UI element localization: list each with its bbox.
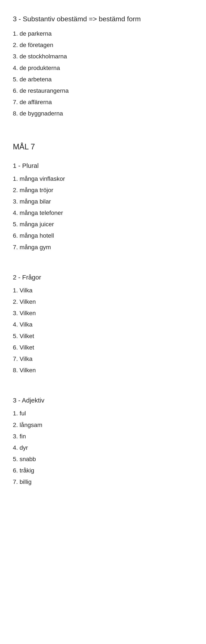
mal7-sub1-title: 1 - Plural [13,162,193,169]
list-item: 8. Vilken [13,366,193,374]
list-item: 4. Vilka [13,320,193,329]
list-item: 4. många telefoner [13,209,193,217]
list-item: 8. de byggnaderna [13,109,193,118]
mal7-sub2-title: 2 - Frågor [13,274,193,281]
list-item: 6. många hotell [13,232,193,240]
mal7-sub2-list: 1. Vilka 2. Vilken 3. Vilken 4. Vilka 5.… [13,286,193,374]
list-item: 2. många tröjor [13,186,193,194]
list-item: 2. långsam [13,421,193,429]
list-item: 7. många gym [13,243,193,251]
list-item: 1. ful [13,409,193,418]
list-item: 5. många juicer [13,220,193,228]
mal7-sub1-list: 1. många vinflaskor 2. många tröjor 3. m… [13,174,193,251]
list-item: 2. Vilken [13,298,193,306]
list-item: 6. Vilket [13,343,193,352]
list-item: 3. fin [13,432,193,440]
mal7-sub3-title: 3 - Adjektiv [13,397,193,404]
list-item: 3. Vilken [13,309,193,317]
list-item: 1. de parkerna [13,30,193,38]
mal7-title: MÅL 7 [13,142,193,151]
list-item: 1. Vilka [13,286,193,294]
list-item: 6. tråkig [13,466,193,475]
list-item: 3. de stockholmarna [13,52,193,60]
list-item: 7. billig [13,478,193,486]
mal7-sub3-list: 1. ful 2. långsam 3. fin 4. dyr 5. snabb… [13,409,193,486]
list-item: 7. de affärerna [13,98,193,106]
list-item: 4. dyr [13,444,193,452]
list-item: 4. de produkterna [13,64,193,72]
list-item: 5. de arbetena [13,75,193,84]
list-item: 1. många vinflaskor [13,174,193,183]
list-item: 5. snabb [13,455,193,463]
section3-header: 3 - Substantiv obestämd => bestämd form [13,15,193,23]
section3-list: 1. de parkerna 2. de företagen 3. de sto… [13,30,193,118]
list-item: 3. många bilar [13,197,193,206]
list-item: 2. de företagen [13,41,193,49]
list-item: 6. de restaurangerna [13,86,193,95]
list-item: 5. Vilket [13,332,193,340]
list-item: 7. Vilka [13,355,193,363]
